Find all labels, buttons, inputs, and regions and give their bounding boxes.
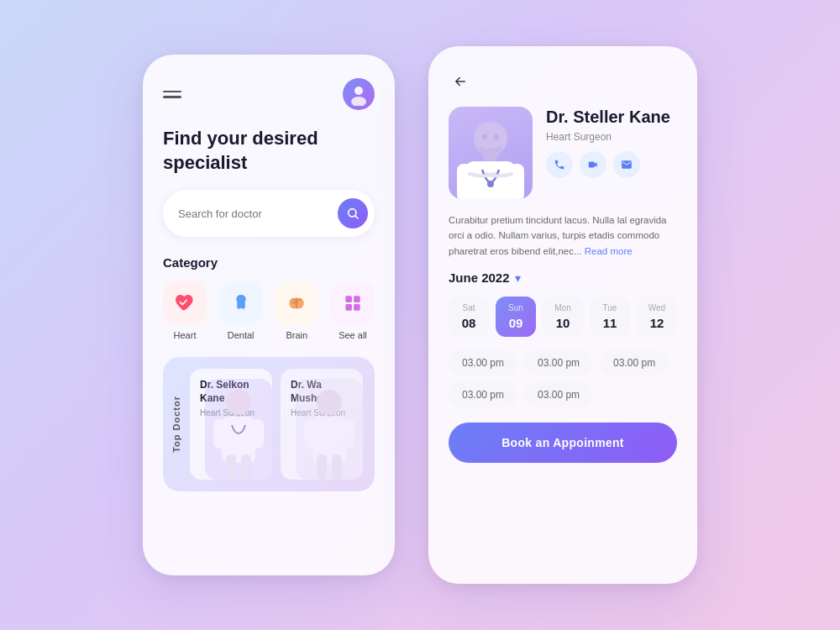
svg-point-12	[226, 390, 251, 415]
svg-rect-21	[304, 419, 317, 449]
avatar[interactable]	[343, 78, 375, 110]
search-input[interactable]	[178, 207, 338, 220]
brain-category-icon	[275, 281, 318, 325]
day-wed-name: Wed	[648, 303, 665, 312]
mail-contact-icon[interactable]	[613, 151, 640, 178]
search-button[interactable]	[338, 198, 368, 228]
doctor-profile-image	[453, 115, 528, 199]
calendar-header: June 2022 ▾	[449, 270, 677, 285]
read-more-link[interactable]: Read more	[585, 246, 633, 256]
doctor-2-image	[296, 379, 363, 480]
day-wed-num: 12	[650, 316, 664, 330]
category-dental[interactable]: Dental	[219, 281, 263, 340]
time-slots: 03.00 pm 03.00 pm 03.00 pm 03.00 pm 03.0…	[449, 350, 677, 407]
svg-rect-30	[509, 164, 524, 199]
doctor-specialty: Heart Surgeon	[546, 131, 677, 143]
day-tue-num: 11	[603, 316, 617, 330]
svg-rect-9	[345, 304, 352, 311]
svg-point-27	[494, 134, 499, 140]
phone-contact-icon[interactable]	[546, 151, 573, 178]
doctor-cards: Dr. Selkon Kane Heart Surgeon	[190, 369, 363, 480]
book-appointment-button[interactable]: Book an Appoinment	[449, 423, 677, 463]
svg-line-3	[355, 216, 358, 218]
svg-point-19	[317, 390, 342, 415]
svg-rect-23	[317, 454, 327, 480]
time-slot-5[interactable]: 03.00 pm	[524, 382, 593, 407]
day-mon-num: 10	[556, 316, 570, 330]
svg-rect-28	[465, 161, 516, 199]
svg-rect-16	[226, 454, 236, 480]
svg-point-31	[487, 181, 494, 187]
phone-icon	[554, 159, 565, 171]
svg-rect-24	[332, 454, 342, 480]
mail-icon	[621, 159, 633, 171]
doctor-name: Dr. Steller Kane	[546, 107, 677, 128]
svg-rect-29	[457, 164, 472, 199]
dental-category-icon	[219, 281, 263, 325]
right-phone: Dr. Steller Kane Heart Surgeon	[428, 46, 697, 584]
doctor-1-image	[205, 379, 272, 480]
video-icon	[587, 159, 599, 171]
svg-rect-14	[213, 419, 226, 449]
time-slot-3[interactable]: 03.00 pm	[600, 350, 669, 375]
day-sat-num: 08	[462, 316, 476, 330]
video-contact-icon[interactable]	[580, 151, 606, 178]
svg-point-0	[354, 87, 363, 95]
heart-category-icon	[163, 281, 207, 325]
svg-point-26	[482, 134, 487, 140]
left-header	[163, 78, 375, 110]
doctor-info: Dr. Steller Kane Heart Surgeon	[546, 107, 677, 178]
day-row: Sat 08 Sun 09 Mon 10 Tue 11 Wed 12	[449, 297, 677, 337]
top-doctor-section: Top Doctor Dr. Selkon Kane Heart Surgeon	[163, 357, 375, 491]
doctor-card-1[interactable]: Dr. Selkon Kane Heart Surgeon	[190, 369, 272, 480]
day-sun-num: 09	[509, 316, 523, 330]
top-doctor-label: Top Doctor	[163, 396, 190, 453]
calendar-dropdown[interactable]: ▾	[515, 271, 521, 285]
doctor-card-2[interactable]: Dr. Wa Mushev Heart Surgeon	[281, 369, 363, 480]
doctor-bio: Curabitur pretium tincidunt lacus. Nulla…	[449, 213, 677, 259]
svg-rect-20	[312, 417, 346, 463]
day-wed[interactable]: Wed 12	[637, 297, 677, 337]
day-tue[interactable]: Tue 11	[590, 297, 630, 337]
day-sat-name: Sat	[462, 303, 475, 312]
svg-rect-22	[342, 419, 354, 449]
day-mon-name: Mon	[554, 303, 570, 312]
day-mon[interactable]: Mon 10	[543, 297, 583, 337]
calendar-month: June 2022	[449, 270, 510, 285]
doctor-profile: Dr. Steller Kane Heart Surgeon	[449, 107, 677, 199]
search-bar	[163, 190, 375, 237]
svg-rect-17	[241, 454, 251, 480]
svg-rect-13	[222, 417, 255, 463]
menu-icon[interactable]	[163, 91, 181, 98]
seeall-label: See all	[339, 330, 367, 340]
left-phone: Find your desired specialist Category He…	[143, 55, 395, 575]
time-slot-4[interactable]: 03.00 pm	[449, 382, 517, 407]
day-sun-name: Sun	[508, 303, 523, 312]
doctor-photo	[449, 107, 533, 199]
contact-icons	[546, 151, 677, 178]
day-sun[interactable]: Sun 09	[496, 297, 536, 337]
day-sat[interactable]: Sat 08	[449, 297, 489, 337]
category-brain[interactable]: Brain	[275, 281, 318, 340]
brain-label: Brain	[286, 330, 307, 340]
search-icon	[346, 207, 360, 220]
svg-rect-15	[251, 419, 264, 449]
categories: Heart Dental Brain	[163, 281, 375, 340]
time-slot-1[interactable]: 03.00 pm	[449, 350, 517, 375]
heart-label: Heart	[174, 330, 197, 340]
back-button[interactable]	[449, 70, 472, 93]
day-tue-name: Tue	[603, 303, 617, 312]
time-slot-2[interactable]: 03.00 pm	[524, 350, 593, 375]
category-seeall[interactable]: See all	[331, 281, 375, 340]
seeall-category-icon	[331, 281, 375, 325]
hero-title: Find your desired specialist	[163, 127, 375, 175]
svg-point-1	[351, 97, 366, 106]
svg-rect-8	[354, 297, 360, 303]
category-title: Category	[163, 255, 375, 270]
category-heart[interactable]: Heart	[163, 281, 207, 340]
back-arrow-icon	[453, 74, 468, 89]
dental-label: Dental	[228, 330, 255, 340]
svg-rect-7	[345, 297, 352, 303]
svg-rect-10	[354, 304, 360, 311]
